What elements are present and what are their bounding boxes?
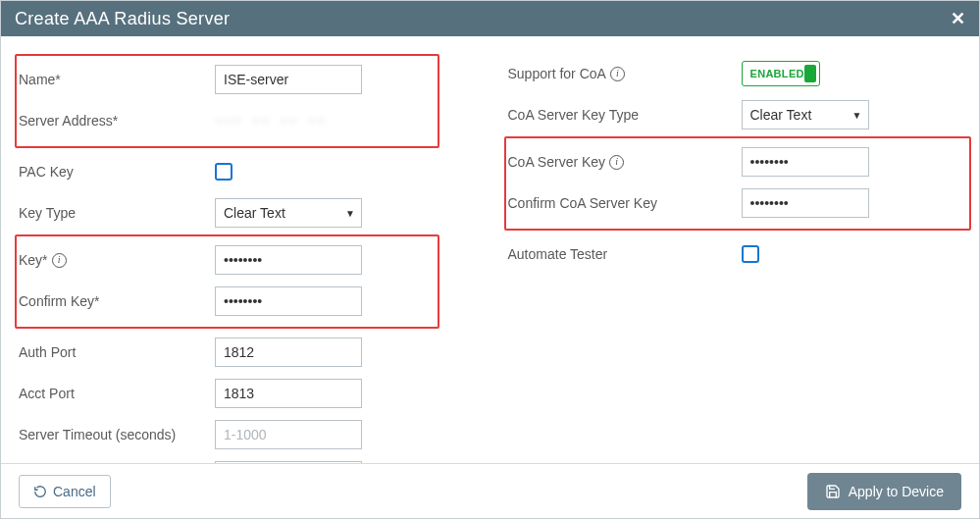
highlight-coa-key: CoA Server Key i Confirm CoA Server Key — [504, 136, 972, 231]
automate-tester-label: Automate Tester — [508, 246, 742, 262]
coa-key-type-select[interactable]: Clear Text ▼ — [742, 100, 869, 130]
dialog-titlebar: Create AAA Radius Server ✕ — [1, 1, 979, 36]
acct-port-label: Acct Port — [19, 386, 215, 401]
highlight-name-address: Name* Server Address* ··· ·· ·· ·· — [15, 54, 439, 148]
coa-key-input[interactable] — [742, 147, 869, 177]
key-type-label: Key Type — [19, 205, 215, 221]
support-coa-label: Support for CoA i — [508, 66, 742, 81]
cancel-button-label: Cancel — [53, 484, 96, 499]
dialog-footer: Cancel Apply to Device — [1, 463, 979, 518]
right-column: Support for CoA i ENABLED CoA Server Key… — [490, 54, 962, 497]
left-column: Name* Server Address* ··· ·· ·· ·· PAC K… — [19, 54, 490, 497]
automate-tester-checkbox[interactable] — [742, 245, 759, 263]
dialog-content: Name* Server Address* ··· ·· ·· ·· PAC K… — [1, 36, 979, 505]
pac-key-label: PAC Key — [19, 164, 215, 180]
pac-key-checkbox[interactable] — [215, 163, 232, 181]
acct-port-input[interactable] — [215, 379, 362, 408]
info-icon[interactable]: i — [52, 253, 67, 268]
coa-key-type-select-value: Clear Text — [750, 107, 812, 123]
info-icon[interactable]: i — [610, 67, 625, 81]
dialog-title: Create AAA Radius Server — [15, 9, 230, 29]
confirm-coa-key-input[interactable] — [742, 188, 869, 218]
name-label: Name* — [19, 72, 215, 87]
chevron-down-icon: ▼ — [345, 208, 355, 219]
cancel-button[interactable]: Cancel — [19, 475, 111, 508]
key-type-select-value: Clear Text — [224, 205, 285, 221]
coa-key-type-label: CoA Server Key Type — [508, 107, 742, 123]
info-icon[interactable]: i — [609, 155, 624, 170]
auth-port-label: Auth Port — [19, 344, 215, 360]
key-type-select[interactable]: Clear Text ▼ — [215, 198, 362, 228]
confirm-coa-key-label: Confirm CoA Server Key — [508, 195, 742, 211]
server-address-input[interactable]: ··· ·· ·· ·· — [215, 113, 362, 129]
coa-key-label: CoA Server Key i — [508, 154, 742, 170]
undo-icon — [33, 485, 47, 498]
key-input[interactable] — [215, 245, 362, 275]
auth-port-input[interactable] — [215, 337, 362, 367]
confirm-key-input[interactable] — [215, 286, 362, 316]
server-timeout-label: Server Timeout (seconds) — [19, 427, 215, 442]
apply-button-label: Apply to Device — [849, 484, 944, 499]
apply-button[interactable]: Apply to Device — [807, 473, 961, 510]
server-address-label: Server Address* — [19, 113, 215, 129]
toggle-label: ENABLED — [750, 68, 804, 79]
highlight-key: Key* i Confirm Key* — [15, 234, 439, 329]
name-input[interactable] — [215, 65, 362, 94]
close-icon[interactable]: ✕ — [951, 8, 965, 29]
save-icon — [825, 484, 841, 499]
support-coa-toggle[interactable]: ENABLED — [742, 61, 820, 86]
key-label: Key* i — [19, 252, 215, 268]
toggle-knob-icon — [804, 65, 816, 82]
chevron-down-icon: ▼ — [852, 110, 862, 121]
server-timeout-input[interactable] — [215, 420, 362, 449]
confirm-key-label: Confirm Key* — [19, 293, 215, 309]
